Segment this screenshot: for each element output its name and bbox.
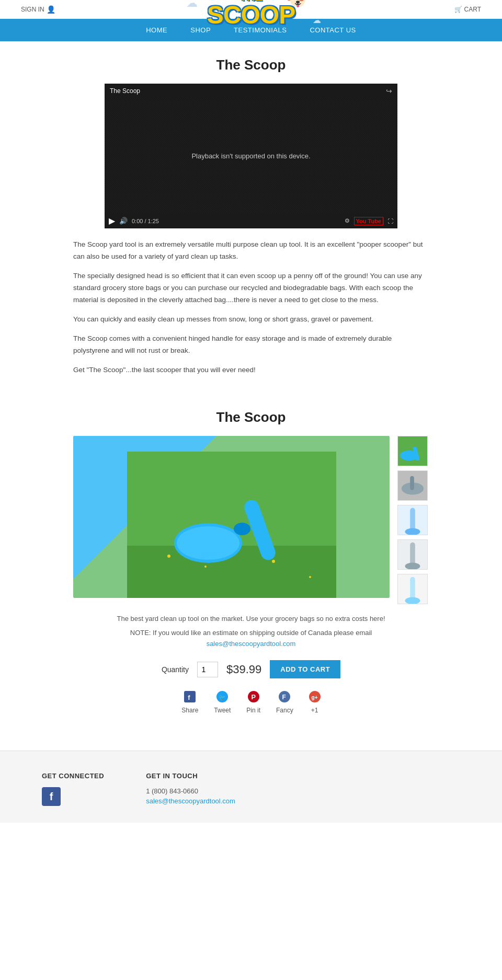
thumbnail-2[interactable] (397, 470, 428, 501)
svg-point-21 (405, 563, 420, 570)
logo[interactable]: ☁ THE SCOOP 🐶 ☁ (207, 0, 295, 28)
svg-text:P: P (251, 693, 256, 701)
video-controls: ▶ 🔊 0:00 / 1:25 ⚙ You Tube ⛶ (105, 213, 397, 228)
video-share-icon[interactable]: ↪ (386, 87, 392, 95)
thumbnail-1[interactable] (397, 436, 428, 466)
section1-title: The Scoop (73, 57, 429, 73)
dog-mascot-icon: 🐶 (284, 0, 311, 10)
cart-button[interactable]: 🛒 CART (454, 6, 481, 13)
logo-area: ☁ THE SCOOP 🐶 ☁ (207, 0, 295, 28)
product-email-link[interactable]: sales@thescoopyardtool.com (207, 640, 296, 648)
footer-email-link[interactable]: sales@thescoopyardtool.com (146, 797, 235, 805)
desc-para-5: Get "The Scoop"...the last scooper that … (73, 364, 429, 376)
googleplus-icon: g+ (309, 691, 321, 705)
footer-touch-col: GET IN TOUCH 1 (800) 843-0660 sales@thes… (146, 772, 235, 807)
quantity-label: Quantity (162, 665, 189, 674)
fancy-share[interactable]: F Fancy (276, 691, 293, 714)
desc-para-1: The Scoop yard tool is an extremely vers… (73, 239, 429, 263)
nav-contact-us[interactable]: CONTACT US (298, 19, 367, 41)
cloud-left-icon: ☁ (186, 0, 198, 10)
pinterest-icon: P (248, 691, 259, 705)
twitter-share[interactable]: 🐦 Tweet (214, 691, 231, 714)
svg-point-9 (234, 523, 250, 535)
video-top-bar: The Scoop ↪ (105, 84, 397, 98)
svg-point-18 (405, 528, 420, 536)
video-play-button[interactable]: ▶ (109, 216, 115, 226)
product-thumbnails (397, 436, 429, 604)
product-note: NOTE: If you would like an estimate on s… (73, 628, 429, 650)
svg-point-4 (272, 560, 275, 563)
footer-connected-title: GET CONNECTED (42, 772, 104, 780)
desc-para-2: The specially designed head is so effici… (73, 270, 429, 306)
price-display: $39.99 (226, 663, 261, 676)
cloud-right-icon: ☁ (313, 15, 321, 25)
logo-scoop-text: SCOOP (207, 3, 295, 28)
svg-text:F: F (282, 694, 286, 701)
sign-in-button[interactable]: SIGN IN 👤 (21, 5, 55, 14)
svg-point-5 (309, 576, 311, 578)
fancy-share-label: Fancy (276, 707, 293, 714)
product-main-image (73, 436, 390, 604)
social-share-row: f Share 🐦 Tweet P Pin it F Fancy g+ (73, 691, 429, 714)
video-fullscreen-button[interactable]: ⛶ (387, 218, 393, 224)
product-description: The best yard clean up tool on the marke… (73, 615, 429, 622)
facebook-icon: f (184, 691, 196, 705)
purchase-row: Quantity $39.99 ADD TO CART (73, 660, 429, 678)
twitter-share-label: Tweet (214, 707, 231, 714)
twitter-icon: 🐦 (216, 691, 228, 705)
footer-touch-title: GET IN TOUCH (146, 772, 235, 780)
product-area (73, 436, 429, 604)
video-container: The Scoop ↪ Playback isn't supported on … (105, 84, 397, 228)
facebook-share-label: Share (181, 707, 198, 714)
product-image-placeholder (73, 436, 390, 598)
section-1: The Scoop The Scoop ↪ Playback isn't sup… (63, 41, 439, 399)
header: SIGN IN 👤 ☁ THE SCOOP 🐶 ☁ 🛒 CART (0, 0, 502, 19)
cart-icon: 🛒 (454, 6, 462, 13)
add-to-cart-button[interactable]: ADD TO CART (270, 660, 340, 678)
section-2: The Scoop (63, 399, 439, 751)
desc-para-4: The Scoop comes with a convenient hinged… (73, 333, 429, 357)
pinterest-share[interactable]: P Pin it (246, 691, 260, 714)
quantity-input[interactable] (197, 662, 218, 677)
thumbnail-5[interactable] (397, 574, 428, 604)
footer-email-p: sales@thescoopyardtool.com (146, 797, 235, 805)
fancy-icon: F (279, 691, 290, 705)
svg-rect-15 (410, 476, 414, 490)
footer: GET CONNECTED f GET IN TOUCH 1 (800) 843… (0, 751, 502, 823)
thumbnail-4[interactable] (397, 539, 428, 570)
googleplus-share-label: +1 (311, 707, 318, 714)
svg-point-2 (167, 555, 170, 558)
facebook-share[interactable]: f Share (181, 691, 198, 714)
footer-phone: 1 (800) 843-0660 (146, 787, 235, 795)
section2-title: The Scoop (73, 409, 429, 425)
desc-para-3: You can quickly and easily clean up mess… (73, 314, 429, 326)
svg-text:f: f (188, 694, 191, 701)
video-playback-message: Playback isn't supported on this device. (191, 152, 310, 160)
youtube-icon: You Tube (354, 217, 383, 225)
video-screen: Playback isn't supported on this device. (105, 98, 397, 213)
video-title: The Scoop (110, 87, 140, 95)
svg-point-24 (405, 597, 420, 605)
product-scoop-svg (127, 452, 336, 598)
product-note-text: NOTE: If you would like an estimate on s… (130, 629, 372, 637)
nav-home[interactable]: HOME (134, 19, 179, 41)
video-time-display: 0:00 / 1:25 (132, 218, 340, 224)
pinterest-share-label: Pin it (246, 707, 260, 714)
footer-connected-col: GET CONNECTED f (42, 772, 104, 807)
thumbnail-3[interactable] (397, 505, 428, 535)
cart-label: CART (464, 6, 481, 13)
googleplus-share[interactable]: g+ +1 (309, 691, 321, 714)
svg-text:🐦: 🐦 (219, 694, 226, 701)
footer-facebook-button[interactable]: f (42, 787, 61, 806)
video-settings-icon[interactable]: ⚙ (345, 217, 350, 224)
svg-point-3 (204, 566, 207, 568)
svg-text:g+: g+ (311, 695, 317, 700)
video-volume-button[interactable]: 🔊 (119, 217, 128, 225)
sign-in-label: SIGN IN (21, 6, 44, 13)
person-icon: 👤 (47, 5, 55, 14)
svg-point-8 (177, 526, 239, 560)
